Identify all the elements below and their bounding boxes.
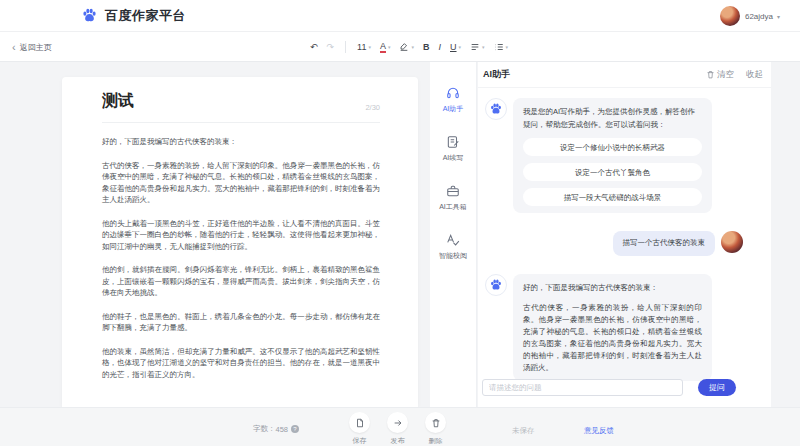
ai-avatar (485, 98, 507, 120)
title-char-count: 2/30 (365, 103, 380, 112)
publish-button[interactable]: 发布 (387, 412, 408, 446)
highlighter-icon (399, 42, 409, 52)
user-message-bubble: 描写一个古代侠客的装束 (613, 231, 716, 256)
user-menu[interactable]: 62ajdya ▾ (720, 0, 780, 32)
user-avatar (721, 231, 743, 253)
back-home-label: 返回主页 (20, 42, 52, 53)
chevron-down-icon: ▾ (388, 45, 391, 50)
feedback-link[interactable]: 意见反馈 (584, 426, 614, 436)
text-color-button[interactable]: A ▾ (380, 42, 391, 53)
reply-intro: 好的，下面是我编写的古代侠客的装束： (523, 281, 702, 294)
ai-avatar (485, 274, 507, 296)
question-input[interactable] (482, 379, 683, 396)
baidu-paw-logo-icon (82, 8, 97, 23)
info-icon: ? (291, 425, 299, 433)
baidu-paw-icon (490, 103, 502, 115)
align-button[interactable]: ▾ (470, 42, 485, 52)
headset-icon (446, 86, 460, 100)
sidebar-item-ai-continue[interactable]: AI续写 (443, 135, 464, 163)
title-row: 测试 2/30 (102, 91, 380, 112)
main-area: 测试 2/30 好的，下面是我编写的古代侠客的装束： 古代的侠客，一身素雅的装扮… (0, 62, 800, 407)
sidebar-item-ai-toolbox[interactable]: AI工具箱 (439, 184, 467, 212)
user-message-row: 描写一个古代侠客的装束 (485, 231, 743, 256)
italic-button[interactable]: I (439, 43, 442, 52)
user-name: 62ajdya (745, 12, 773, 21)
collapse-panel-button[interactable]: 收起 (746, 69, 763, 81)
footer-actions: 保存 发布 删除 (349, 412, 446, 446)
reply-body: 古代的侠客，一身素雅的装扮，给人留下深刻的印象。他身穿一袭墨黑色的长袍，仿佛夜空… (523, 302, 702, 374)
welcome-text: 我是您的AI写作助手，为您提供创作灵感，解答创作疑问，帮助您完成创作。您可以试着… (523, 107, 695, 129)
brand: 百度作家平台 (82, 7, 186, 25)
baidu-paw-icon (490, 279, 502, 291)
chat-header: AI助手 清空 收起 (478, 62, 771, 88)
suggestion-pill[interactable]: 描写一段大气磅礴的战斗场景 (523, 188, 702, 206)
publish-arrow-icon (393, 418, 403, 428)
toolbox-icon (446, 184, 460, 198)
delete-button[interactable]: 删除 (425, 412, 446, 446)
trash-icon (431, 418, 441, 428)
trash-icon (706, 70, 715, 79)
chat-messages: 我是您的AI写作助手，为您提供创作灵感，解答创作疑问，帮助您完成创作。您可以试着… (478, 88, 771, 381)
user-avatar[interactable] (720, 6, 740, 26)
chevron-down-icon: ▾ (459, 45, 462, 50)
chevron-left-icon: ‹ (12, 42, 16, 53)
chevron-down-icon: ▾ (777, 13, 780, 20)
sidebar-item-smart-proofread[interactable]: 智能校阅 (439, 233, 467, 261)
ask-button[interactable]: 提问 (698, 379, 736, 396)
chat-actions: 清空 收起 (706, 69, 763, 81)
align-icon (470, 42, 480, 52)
format-tools: ↶ ↷ 11 ▾ A ▾ ▾ B I U ▾ ▾ ▾ (310, 32, 508, 62)
app-title: 百度作家平台 (105, 7, 186, 25)
sidebar-item-ai-assistant[interactable]: AI助手 (443, 86, 464, 114)
proofread-icon (446, 233, 460, 247)
clear-chat-button[interactable]: 清空 (706, 69, 734, 81)
doc-paragraph: 他的装束，虽然简洁，但却充满了力量和威严。这不仅显示了他的高超武艺和坚韧性格，也… (102, 346, 380, 381)
compose-icon (446, 135, 460, 149)
chat-input-row: 提问 (478, 379, 771, 396)
save-file-icon (355, 418, 365, 428)
app-header: 百度作家平台 62ajdya ▾ (0, 0, 800, 32)
back-home-link[interactable]: ‹ 返回主页 (12, 32, 52, 62)
toolbar-divider (345, 41, 346, 53)
ai-assistant-panel: AI助手 清空 收起 我是您的AI写作助手，为您提供创作灵感，解答创作疑问，帮助… (478, 62, 771, 407)
doc-paragraph: 他的鞋子，也是黑色的。鞋面上，绣着几条金色的小龙。每一步走动，都仿佛有龙在脚下翻… (102, 311, 380, 334)
suggestion-pill[interactable]: 设定一个古代丫鬟角色 (523, 163, 702, 181)
redo-button[interactable]: ↷ (327, 43, 335, 52)
underline-button[interactable]: U ▾ (450, 43, 461, 52)
doc-paragraph: 他的头上戴着一顶黑色的斗笠，正好遮住他的半边脸，让人看不清他的真面目。斗笠的边缘… (102, 218, 380, 253)
highlight-color-button[interactable]: ▾ (399, 42, 414, 52)
chevron-down-icon: ▾ (411, 45, 414, 50)
chevron-down-icon: ▾ (368, 45, 371, 50)
document-body[interactable]: 好的，下面是我编写的古代侠客的装束： 古代的侠客，一身素雅的装扮，给人留下深刻的… (102, 136, 380, 380)
list-button[interactable]: ▾ (494, 42, 509, 52)
word-count-value: 458 (276, 425, 289, 434)
document-title-input[interactable]: 测试 (102, 91, 134, 112)
font-size-select[interactable]: 11 ▾ (357, 43, 371, 52)
save-button[interactable]: 保存 (349, 412, 370, 446)
unsaved-status: 未保存 (512, 426, 535, 436)
doc-paragraph: 古代的侠客，一身素雅的装扮，给人留下深刻的印象。他身穿一袭墨黑色的长袍，仿佛夜空… (102, 160, 380, 206)
title-divider (102, 122, 380, 123)
chevron-down-icon: ▾ (506, 45, 509, 50)
word-count-label: 字数： (253, 424, 276, 434)
list-icon (494, 42, 504, 52)
doc-paragraph: 他的剑，就斜插在腰间。剑身闪烁着寒光，锋利无比。剑柄上，裹着精致的黑色鲨鱼皮，上… (102, 264, 380, 299)
ai-message-row: 我是您的AI写作助手，为您提供创作灵感，解答创作疑问，帮助您完成创作。您可以试着… (485, 98, 743, 213)
ai-reply-bubble: 好的，下面是我编写的古代侠客的装束： 古代的侠客，一身素雅的装扮，给人留下深刻的… (513, 274, 712, 381)
document-editor[interactable]: 测试 2/30 好的，下面是我编写的古代侠客的装束： 古代的侠客，一身素雅的装扮… (62, 77, 418, 407)
ai-message-row: 好的，下面是我编写的古代侠客的装束： 古代的侠客，一身素雅的装扮，给人留下深刻的… (485, 274, 743, 381)
undo-button[interactable]: ↶ (310, 43, 318, 52)
chat-panel-title: AI助手 (483, 68, 510, 81)
ai-tools-sidebar: AI助手 AI续写 AI工具箱 智能校阅 (430, 62, 477, 407)
editor-toolbar: ‹ 返回主页 ↶ ↷ 11 ▾ A ▾ ▾ B I U ▾ ▾ ▾ (0, 32, 800, 62)
word-count: 字数： 458 ? (253, 424, 299, 434)
suggestion-pill[interactable]: 设定一个修仙小说中的长柄武器 (523, 138, 702, 156)
doc-paragraph: 好的，下面是我编写的古代侠客的装束： (102, 136, 380, 148)
chevron-down-icon: ▾ (482, 45, 485, 50)
footer-bar: 字数： 458 ? 保存 发布 删除 未保存 意见反馈 (0, 407, 800, 446)
bold-button[interactable]: B (423, 43, 430, 52)
ai-welcome-bubble: 我是您的AI写作助手，为您提供创作灵感，解答创作疑问，帮助您完成创作。您可以试着… (513, 98, 712, 213)
